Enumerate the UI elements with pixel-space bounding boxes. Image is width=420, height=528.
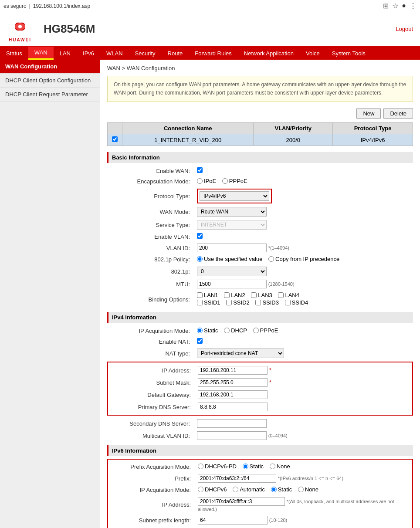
- nav-ipv6[interactable]: IPv6: [77, 47, 100, 60]
- ipv6-ip-input[interactable]: [198, 497, 285, 506]
- ipv6-prefix-note: *(IPv6 address/n 1 <= n <= 64): [278, 476, 343, 481]
- ipv6-none2-radio[interactable]: [298, 487, 304, 492]
- lan4-checkbox[interactable]: [278, 292, 284, 298]
- ipv4-dhcp-label: DHCP: [224, 327, 247, 334]
- ipv6-dhcpv6pd-radio[interactable]: [198, 464, 203, 469]
- wan-mode-row: WAN Mode: Route WAN Bridge WAN: [107, 205, 413, 218]
- ipv4-dns-row: Primary DNS Server:: [108, 401, 412, 413]
- ipv6-none2-label: None: [298, 486, 318, 493]
- ipv6-none-label: None: [270, 463, 290, 470]
- ipv4-dhcp-radio[interactable]: [224, 328, 230, 333]
- vlan-id-note: *(1–4094): [268, 245, 289, 250]
- ipv4-subnet-input[interactable]: [198, 378, 268, 387]
- nat-type-label: NAT type:: [107, 347, 194, 360]
- brand-name: HG8546M: [44, 22, 95, 36]
- ipv4-subnet-required: *: [269, 379, 271, 386]
- ipv6-none-radio[interactable]: [270, 464, 275, 469]
- ipv4-multicast-input[interactable]: [197, 431, 267, 440]
- ipv6-prefix-input[interactable]: [198, 474, 276, 483]
- ipv6-red-form: Prefix Acquisition Mode: DHCPv6-PD Stati…: [108, 461, 412, 528]
- sidebar-item-dhcp-option[interactable]: DHCP Client Option Configuration: [0, 74, 100, 88]
- 8021p-select[interactable]: 01234567: [197, 267, 267, 276]
- wan-mode-label: WAN Mode:: [107, 205, 194, 218]
- ipv6-ip-acq-row: IP Acquisition Mode: DHCPv6 Automatic: [108, 484, 412, 495]
- nav-status[interactable]: Status: [0, 47, 28, 60]
- enable-wan-checkbox[interactable]: [197, 167, 203, 173]
- ipv6-prefix-acq-row: Prefix Acquisition Mode: DHCPv6-PD Stati…: [108, 461, 412, 472]
- nav-systools[interactable]: System Tools: [326, 47, 372, 60]
- mtu-input[interactable]: [197, 280, 267, 288]
- row-checkbox[interactable]: [112, 136, 118, 142]
- logout-button[interactable]: Logout: [396, 26, 413, 32]
- policy-8021p-label: 802.1p Policy:: [107, 254, 194, 265]
- encap-pppoe-radio[interactable]: [222, 178, 228, 184]
- ipv4-dns-label: Primary DNS Server:: [108, 401, 195, 413]
- ipv4-gw-input[interactable]: [198, 390, 268, 399]
- wan-mode-select[interactable]: Route WAN Bridge WAN: [197, 207, 267, 217]
- vlan-id-row: VLAN ID: *(1–4094): [107, 242, 413, 254]
- ipv4-static-radio[interactable]: [197, 328, 203, 333]
- ipv4-pppoe-label: PPPoE: [253, 327, 278, 334]
- top-bar: es seguro | 192.168.100.1/index.asp ⊞ ☆ …: [0, 0, 420, 12]
- ipv4-gw-label: Default Gateway:: [108, 389, 195, 401]
- enable-vlan-checkbox[interactable]: [197, 233, 203, 239]
- ipv6-auto-radio[interactable]: [233, 487, 238, 492]
- nav-security[interactable]: Security: [129, 47, 162, 60]
- enable-nat-checkbox[interactable]: [197, 338, 203, 344]
- ipv4-secondary-dns-input[interactable]: [197, 419, 267, 428]
- ipv4-subnet-row: Subnet Mask: *: [108, 376, 412, 389]
- encapsulation-row: Encapsulation Mode: IPoE PPPoE: [107, 176, 413, 187]
- lan3-checkbox[interactable]: [251, 292, 257, 298]
- ipv6-subnet-input[interactable]: [198, 516, 268, 525]
- ipv4-dhcp-text: DHCP: [231, 327, 247, 334]
- nav-netapp[interactable]: Network Application: [238, 47, 300, 60]
- nav-lan[interactable]: LAN: [54, 47, 77, 60]
- nav-wan[interactable]: WAN: [28, 47, 54, 60]
- ipv4-pppoe-radio[interactable]: [253, 328, 259, 333]
- policy-copy-text: Copy from IP precedence: [275, 256, 339, 262]
- ipv6-dhcpv6-label: DHCPv6: [198, 486, 227, 493]
- nav-voice[interactable]: Voice: [300, 47, 326, 60]
- lan2-checkbox[interactable]: [224, 292, 230, 298]
- new-button[interactable]: New: [356, 108, 381, 119]
- ipv6-dhcpv6pd-label: DHCPv6-PD: [198, 463, 237, 470]
- nav-wlan[interactable]: WLAN: [100, 47, 129, 60]
- sidebar-item-wan-config[interactable]: WAN Configuration: [0, 60, 100, 74]
- policy-use-label: Use the specified value: [197, 256, 262, 262]
- enable-nat-label: Enable NAT:: [107, 336, 194, 347]
- ipv4-dns-input[interactable]: [198, 403, 268, 411]
- secure-label: es seguro: [3, 3, 27, 9]
- policy-8021p-row: 802.1p Policy: Use the specified value C…: [107, 254, 413, 265]
- protocol-type-row: Protocol Type: IPv4/IPv6 IPv4 IPv6: [107, 187, 413, 205]
- policy-copy-radio[interactable]: [268, 256, 274, 262]
- ssid2-checkbox[interactable]: [226, 300, 232, 305]
- service-type-select[interactable]: INTERNET: [197, 220, 267, 230]
- ssid4-checkbox[interactable]: [285, 300, 291, 305]
- ssid1-checkbox[interactable]: [197, 300, 203, 305]
- ipv6-prefix-label: Prefix:: [108, 472, 195, 484]
- sidebar-item-dhcp-request[interactable]: DHCP Client Request Parameter: [0, 88, 100, 102]
- ipv4-ip-required: *: [269, 367, 271, 373]
- enable-wan-row: Enable WAN:: [107, 166, 413, 176]
- nat-type-select[interactable]: Port-restricted cone NAT Full cone NAT R…: [197, 349, 284, 358]
- ipv4-acq-label: IP Acquisition Mode:: [107, 325, 194, 336]
- ipv6-static2-radio[interactable]: [271, 487, 277, 492]
- encap-ippoe-radio[interactable]: [197, 178, 203, 184]
- vlan-id-input[interactable]: [197, 244, 267, 252]
- table-row[interactable]: 1_INTERNET_R_VID_200 200/0 IPv4/IPv6: [108, 134, 413, 146]
- ssid3-checkbox[interactable]: [255, 300, 261, 305]
- ipv4-ip-input[interactable]: [198, 366, 268, 375]
- policy-use-radio[interactable]: [197, 256, 203, 262]
- delete-button[interactable]: Delete: [383, 108, 413, 119]
- ipv6-subnet-label: Subnet prefix length:: [108, 514, 195, 526]
- ipv6-prefix-acq-label: Prefix Acquisition Mode:: [108, 461, 195, 472]
- nav-route[interactable]: Route: [162, 47, 189, 60]
- nav-forward[interactable]: Forward Rules: [189, 47, 238, 60]
- ipv6-static-radio[interactable]: [243, 464, 248, 469]
- enable-vlan-label: Enable VLAN:: [107, 231, 194, 242]
- ipv6-dhcpv6-radio[interactable]: [198, 487, 203, 492]
- url-text: 192.168.100.1/index.asp: [33, 3, 90, 9]
- lan1-checkbox[interactable]: [197, 292, 203, 298]
- encap-ippoe-text: IPoE: [204, 178, 216, 184]
- protocol-type-select[interactable]: IPv4/IPv6 IPv4 IPv6: [200, 191, 269, 201]
